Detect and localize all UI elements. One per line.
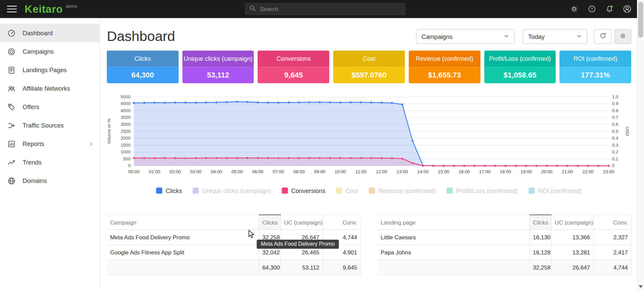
scroll-down-arrow[interactable]	[639, 285, 643, 288]
row-name[interactable]: Little Caesars	[378, 230, 529, 245]
row-name[interactable]: Papa Johns	[378, 245, 529, 260]
legend-label: Unique clicks (campaign)	[202, 187, 271, 194]
metric-card-label: ROI (confirmed)	[560, 50, 632, 67]
svg-text:20:00: 20:00	[541, 169, 553, 174]
sidebar-item-trends[interactable]: Trends	[0, 153, 99, 172]
legend-item-conversions[interactable]: Conversions	[282, 187, 326, 194]
data-table: Landing pageClicksUC (campaign)Conv.Litt…	[378, 214, 632, 275]
metric-card-value: $597.0760	[333, 67, 405, 83]
sidebar-item-campaigns[interactable]: Campaigns	[0, 42, 99, 61]
column-header-clicks[interactable]: Clicks	[529, 215, 551, 230]
column-header-uc-campaign[interactable]: UC (campaign)	[281, 215, 323, 230]
svg-text:0.5: 0.5	[612, 129, 618, 134]
legend-swatch	[282, 187, 288, 193]
row-conv[interactable]: 2,417	[594, 245, 631, 260]
search-input[interactable]	[259, 5, 401, 13]
row-clicks[interactable]: 16,128	[529, 245, 551, 260]
sidebar-item-label: Landings Pages	[23, 66, 67, 74]
legend-swatch	[446, 187, 453, 193]
refresh-button[interactable]	[594, 29, 612, 44]
notifications-icon[interactable]	[605, 4, 614, 13]
sidebar: DashboardCampaignsLandings PagesAffiliat…	[0, 18, 100, 290]
metric-card-unique-clicks-campaign[interactable]: Unique clicks (campaign)53,112	[182, 50, 254, 83]
row-name[interactable]: Google Ads Fitness App Split	[107, 245, 259, 260]
svg-text:02:00: 02:00	[170, 169, 181, 174]
sidebar-item-landings-pages[interactable]: Landings Pages	[0, 61, 99, 79]
svg-text:0.6: 0.6	[612, 122, 618, 127]
svg-text:3000: 3000	[121, 122, 131, 127]
gauge-icon	[7, 29, 15, 37]
row-clicks[interactable]: 16,130	[529, 230, 551, 245]
sidebar-item-offers[interactable]: Offers	[0, 98, 99, 116]
metric-card-revenue-confirmed[interactable]: Revenue (confirmed)$1,655.73	[409, 50, 480, 83]
svg-text:0.1: 0.1	[612, 156, 618, 161]
target-icon	[7, 47, 15, 55]
search-box[interactable]	[245, 3, 405, 15]
row-uc[interactable]: 13,281	[551, 245, 594, 260]
sidebar-item-reports[interactable]: Reports	[0, 135, 99, 153]
svg-text:07:00: 07:00	[273, 169, 284, 174]
svg-text:0.4: 0.4	[612, 136, 618, 141]
metric-card-roi-confirmed[interactable]: ROI (confirmed)177.31%	[560, 50, 632, 83]
metric-card-value: $1,655.73	[409, 67, 480, 83]
sidebar-item-traffic-sources[interactable]: Traffic Sources	[0, 116, 99, 135]
dashboard-settings-button[interactable]	[614, 29, 631, 44]
metric-card-profit-loss-confirmed[interactable]: Profit/Loss (confirmed)$1,058.65	[484, 50, 556, 83]
date-range-select[interactable]: Today	[523, 29, 587, 44]
metric-card-cost[interactable]: Cost$597.0760	[333, 50, 405, 83]
svg-text:10:00: 10:00	[335, 169, 346, 174]
svg-text:0.2: 0.2	[612, 149, 618, 154]
help-icon[interactable]: ?	[587, 4, 596, 13]
svg-text:22:00: 22:00	[583, 169, 594, 174]
legend-item-clicks[interactable]: Clicks	[156, 187, 182, 194]
campaigns-select[interactable]: Campaigns	[416, 29, 514, 44]
legend-item-profit-loss-confirmed[interactable]: Profit/Loss (confirmed)	[446, 187, 518, 194]
landing-row[interactable]: Papa Johns16,12813,2812,417	[378, 245, 632, 260]
svg-text:04:00: 04:00	[211, 169, 222, 174]
legend-swatch	[369, 187, 375, 193]
topbar-actions: ?	[570, 0, 632, 18]
column-header-clicks[interactable]: Clicks	[259, 215, 281, 230]
totals-clicks: 64,300	[259, 260, 281, 275]
column-header-conv[interactable]: Conv.	[323, 215, 360, 230]
dashboard-controls: Campaigns Today	[416, 29, 631, 44]
legend-item-roi-confirmed[interactable]: ROI (confirmed)	[529, 187, 582, 194]
sidebar-item-label: Offers	[23, 103, 39, 110]
sidebar-item-label: Campaigns	[23, 48, 54, 55]
scrollbar-thumb[interactable]	[638, 2, 643, 38]
landing-row[interactable]: Little Caesars16,13013,3662,327	[378, 230, 632, 245]
column-header-uc-campaign[interactable]: UC (campaign)	[551, 215, 594, 230]
account-icon[interactable]	[622, 4, 632, 13]
sidebar-item-label: Domains	[23, 177, 47, 184]
menu-icon[interactable]	[7, 6, 17, 12]
sidebar-item-affiliate-networks[interactable]: Affiliate Networks	[0, 79, 99, 98]
legend-swatch	[529, 187, 535, 193]
row-name[interactable]: Meta Ads Food Delivery Promo	[107, 230, 259, 245]
column-header-landing-page[interactable]: Landing page	[378, 215, 529, 230]
column-header-conv[interactable]: Conv.	[594, 215, 631, 230]
svg-text:2500: 2500	[121, 129, 131, 134]
landings-table: Landing pageClicksUC (campaign)Conv.Litt…	[378, 214, 632, 275]
sidebar-item-domains[interactable]: Domains	[0, 172, 99, 190]
svg-text:15:00: 15:00	[438, 169, 449, 174]
legend-item-cost[interactable]: Cost	[336, 187, 358, 194]
search-icon	[249, 5, 256, 13]
svg-text:00:00: 00:00	[128, 169, 140, 174]
legend-label: Clicks	[166, 187, 182, 194]
svg-text:06:00: 06:00	[252, 169, 263, 174]
metric-card-clicks[interactable]: Clicks64,300	[107, 50, 179, 83]
row-conv[interactable]: 2,327	[594, 230, 631, 245]
svg-text:17:00: 17:00	[479, 169, 490, 174]
svg-text:05:00: 05:00	[231, 169, 243, 174]
column-header-campaign[interactable]: Campaign	[107, 215, 259, 230]
metric-card-conversions[interactable]: Conversions9,645	[258, 50, 330, 83]
svg-text:18:00: 18:00	[500, 169, 511, 174]
sidebar-item-dashboard[interactable]: Dashboard	[0, 24, 99, 42]
settings-icon[interactable]	[570, 4, 579, 13]
legend-item-revenue-confirmed[interactable]: Revenue (confirmed)	[369, 187, 436, 194]
row-uc[interactable]: 13,366	[551, 230, 594, 245]
legend-item-unique-clicks-campaign[interactable]: Unique clicks (campaign)	[193, 187, 271, 194]
chart-legend: ClicksUnique clicks (campaign)Conversion…	[107, 186, 631, 195]
refresh-icon	[599, 32, 606, 41]
scrollbar[interactable]	[637, 0, 644, 290]
